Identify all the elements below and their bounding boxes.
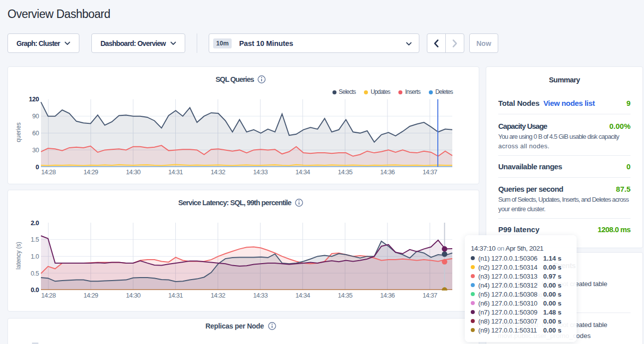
svg-text:14:36: 14:36: [380, 292, 395, 299]
svg-text:14:31: 14:31: [168, 168, 183, 176]
svg-text:14:34: 14:34: [296, 292, 311, 299]
svg-text:90: 90: [32, 112, 39, 120]
svg-text:0.0: 0.0: [30, 286, 39, 294]
svg-text:14:35: 14:35: [338, 168, 353, 176]
svg-text:latency (s): latency (s): [15, 242, 22, 269]
svg-text:14:30: 14:30: [126, 168, 141, 176]
svg-text:14:31: 14:31: [168, 292, 183, 299]
svg-text:14:33: 14:33: [253, 168, 268, 176]
svg-text:14:32: 14:32: [211, 168, 226, 176]
svg-text:14:30: 14:30: [126, 292, 141, 299]
svg-text:14:32: 14:32: [211, 292, 226, 299]
svg-text:14:28: 14:28: [41, 292, 56, 299]
svg-text:60: 60: [32, 129, 39, 137]
svg-text:0: 0: [35, 163, 39, 171]
svg-text:30: 30: [32, 146, 39, 154]
svg-text:14:37: 14:37: [422, 168, 437, 176]
svg-text:14:36: 14:36: [380, 168, 395, 176]
svg-text:queries: queries: [15, 122, 22, 142]
svg-text:14:29: 14:29: [83, 292, 98, 299]
svg-text:1.5: 1.5: [30, 236, 39, 243]
svg-text:1.0: 1.0: [30, 253, 39, 260]
svg-text:0.5: 0.5: [30, 270, 39, 277]
svg-text:14:33: 14:33: [253, 292, 268, 299]
svg-text:14:29: 14:29: [83, 168, 98, 176]
svg-text:14:37: 14:37: [422, 292, 437, 299]
svg-text:14:35: 14:35: [338, 292, 353, 299]
svg-text:2.0: 2.0: [30, 219, 39, 227]
svg-text:14:34: 14:34: [296, 168, 311, 176]
svg-text:120: 120: [29, 95, 39, 103]
svg-text:14:28: 14:28: [41, 168, 56, 176]
